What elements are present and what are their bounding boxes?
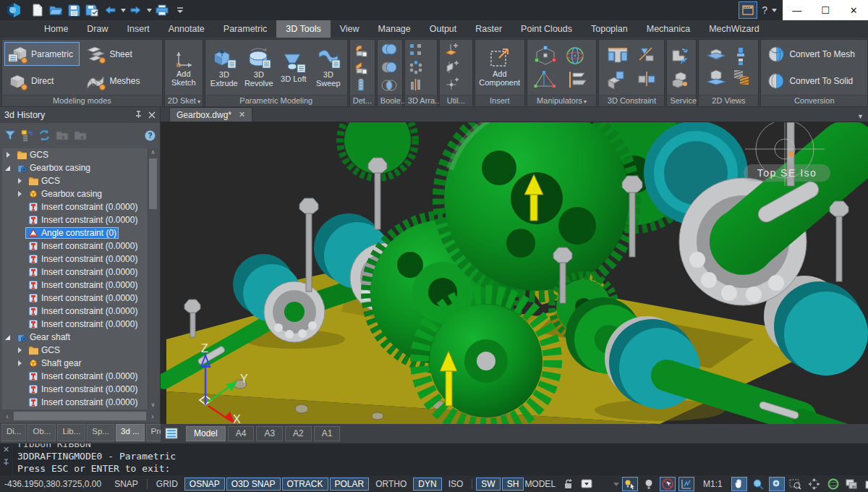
help-caret-icon[interactable] xyxy=(772,9,777,12)
update-mech-icon[interactable] xyxy=(671,46,689,65)
union-icon[interactable] xyxy=(381,43,397,56)
save-as-icon[interactable] xyxy=(83,2,101,18)
tree-expand-icon[interactable] xyxy=(5,151,12,158)
ribbon-tab-home[interactable]: Home xyxy=(35,20,77,38)
new-file-icon[interactable] xyxy=(29,2,46,18)
revolve-button[interactable]: 3D Revolve xyxy=(242,41,276,93)
view-column-icon[interactable] xyxy=(733,47,749,66)
viewport-menu-caret-icon[interactable]: ▼ xyxy=(857,113,864,120)
hatch-view-icon[interactable] xyxy=(733,69,750,86)
document-close-icon[interactable]: ✕ xyxy=(239,110,245,119)
workspace-icon[interactable] xyxy=(739,1,757,19)
tree-item[interactable]: Insert constraint (0.0000) xyxy=(2,200,158,213)
constraint-filter-icon[interactable] xyxy=(21,130,33,141)
open-file-icon[interactable] xyxy=(47,2,64,18)
panel-tab-3d[interactable]: 3d ... xyxy=(116,424,145,441)
scroll-right-icon[interactable]: › xyxy=(148,411,158,422)
align-bars-icon[interactable] xyxy=(564,70,587,89)
ribbon-tab-draw[interactable]: Draw xyxy=(77,20,117,38)
ribbon-tab-mechwizard[interactable]: MechWizard xyxy=(699,20,768,38)
tree-item[interactable]: Shaft gear xyxy=(2,357,158,370)
document-tab[interactable]: Gearbox.dwg* ✕ xyxy=(169,107,252,122)
tree-hscrollbar[interactable]: ‹ › xyxy=(2,411,158,422)
tree-expand-icon[interactable] xyxy=(17,360,24,367)
ribbon-tab-3d-tools[interactable]: 3D Tools xyxy=(276,20,330,38)
tree-item[interactable]: Insert constraint (0.0000) xyxy=(2,318,158,331)
mech-browser-icon[interactable] xyxy=(671,72,689,89)
hide-objects-icon[interactable] xyxy=(641,477,657,491)
tree-item[interactable]: Insert constraint (0.0000) xyxy=(2,292,158,305)
direct-mode-button[interactable]: Direct xyxy=(4,69,80,93)
ribbon-tab-topoplan[interactable]: Topoplan xyxy=(582,20,637,38)
gyro-icon[interactable] xyxy=(564,46,586,66)
toggle-iso[interactable]: ISO xyxy=(443,478,469,491)
pan-icon[interactable] xyxy=(731,477,747,491)
zoom-window-icon[interactable] xyxy=(769,477,785,491)
tree-item[interactable]: Insert constraint (0.0000) xyxy=(2,370,158,383)
unfold-icon[interactable] xyxy=(354,60,368,75)
export-history-icon[interactable] xyxy=(56,130,69,141)
annotation-monitor-icon[interactable] xyxy=(579,477,595,491)
tree-item[interactable]: Insert constraint (0.0000) xyxy=(2,266,158,279)
toggle-osnap[interactable]: OSNAP xyxy=(184,478,225,491)
layout-tab-model[interactable]: Model xyxy=(186,426,226,441)
loft-button[interactable]: 3D Loft xyxy=(277,41,310,93)
pin-icon[interactable] xyxy=(135,111,142,119)
toggle-polar[interactable]: POLAR xyxy=(330,478,370,491)
help-icon[interactable]: ? xyxy=(145,130,156,141)
import-history-icon[interactable] xyxy=(74,130,87,141)
toggle-ortho[interactable]: ORTHO xyxy=(370,478,412,491)
toggle-sh[interactable]: SH xyxy=(502,478,524,491)
ribbon-tab-output[interactable]: Output xyxy=(420,20,467,38)
extrude-button[interactable]: 3D Extrude xyxy=(208,41,241,93)
sheet-mode-button[interactable]: Sheet xyxy=(82,42,158,66)
ribbon-tab-parametric[interactable]: Parametric xyxy=(214,20,276,38)
subtract-icon[interactable] xyxy=(381,61,397,74)
tree-item[interactable]: GCS xyxy=(2,174,158,187)
scroll-thumb[interactable] xyxy=(149,158,157,209)
section-view-icon[interactable] xyxy=(705,47,727,66)
tree-vscrollbar[interactable]: ∧ ∨ xyxy=(148,148,158,409)
add-point-icon[interactable] xyxy=(443,77,459,92)
gearbox-3d-scene[interactable]: Z Y X Top SE Iso xyxy=(161,122,868,424)
tree-item[interactable]: Insert constraint (0.0000) xyxy=(2,305,158,318)
print-icon[interactable] xyxy=(153,2,171,18)
flatten-icon[interactable] xyxy=(354,43,368,57)
tree-item[interactable]: Insert constraint (0.0000) xyxy=(2,396,158,409)
close-command-icon[interactable]: ✕ xyxy=(3,445,9,454)
tetra-manipulator-icon[interactable] xyxy=(534,70,557,89)
help-button[interactable]: ? xyxy=(762,4,767,16)
intersect-icon[interactable] xyxy=(381,79,397,92)
path-array-icon[interactable] xyxy=(409,77,423,92)
sweep-button[interactable]: 3D Sweep xyxy=(312,41,345,93)
tree-item[interactable]: Insert constraint (0.0000) xyxy=(2,383,158,396)
add-section-icon[interactable] xyxy=(443,60,459,75)
filter-icon[interactable] xyxy=(4,130,16,141)
model-canvas[interactable]: Z Y X Top SE Iso xyxy=(161,122,868,423)
orbit-icon[interactable] xyxy=(807,477,822,491)
layout-tab-a1[interactable]: A1 xyxy=(314,426,341,441)
panel-tab-ob[interactable]: Ob... xyxy=(27,424,56,441)
toggle-dyn[interactable]: DYN xyxy=(413,478,441,491)
tree-item[interactable]: GCS xyxy=(2,344,158,357)
scroll-up-icon[interactable]: ∧ xyxy=(148,148,158,157)
ribbon-tab-annotate[interactable]: Annotate xyxy=(159,20,214,38)
tree-item[interactable]: Gearbox casing xyxy=(2,187,158,200)
tree-item[interactable]: Gearbox casing xyxy=(2,161,158,174)
undo-icon[interactable] xyxy=(101,2,119,18)
ribbon-tab-raster[interactable]: Raster xyxy=(466,20,511,38)
scroll-down-icon[interactable]: ∨ xyxy=(148,401,158,410)
ribbon-tab-manage[interactable]: Manage xyxy=(369,20,420,38)
ribbon-tab-point-clouds[interactable]: Point Clouds xyxy=(511,20,582,38)
tree-item[interactable]: Angle constraint (0) xyxy=(2,226,158,239)
save-icon[interactable] xyxy=(65,2,82,18)
layout-tab-a2[interactable]: A2 xyxy=(285,426,312,441)
layout-tab-a4[interactable]: A4 xyxy=(228,426,255,441)
tree-item[interactable]: Insert constraint (0.0000) xyxy=(2,253,158,266)
polar-array-icon[interactable] xyxy=(409,60,423,75)
mate-constraint-icon[interactable] xyxy=(605,46,630,66)
quad-cursor-icon[interactable] xyxy=(678,477,694,491)
ribbon-tab-mechanica[interactable]: Mechanica xyxy=(637,20,699,38)
qat-customize-icon[interactable] xyxy=(171,2,189,18)
add-sketch-button[interactable]: Add Sketch xyxy=(167,41,200,93)
